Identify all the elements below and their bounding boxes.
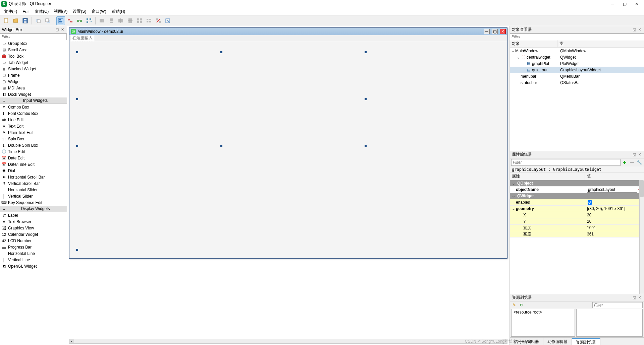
widget-item[interactable]: ◧Dock Widget <box>0 91 67 97</box>
form-close-icon[interactable]: ✕ <box>500 29 506 34</box>
property-editor-close-icon[interactable]: ✕ <box>637 152 642 157</box>
property-row[interactable]: 高度361 <box>510 231 644 237</box>
scroll-left-icon[interactable]: ‹ <box>69 339 74 343</box>
object-row[interactable]: ▤gra…outGraphicsLayoutWidget <box>510 67 644 73</box>
object-row[interactable]: statusbarQStatusBar <box>510 79 644 86</box>
tool-edittaborder-icon[interactable]: → <box>85 16 93 25</box>
window-close-button[interactable]: ✕ <box>631 0 643 8</box>
tool-layoutgrid-icon[interactable] <box>135 16 144 25</box>
property-config-icon[interactable]: 🔧 <box>636 159 643 166</box>
widget-item[interactable]: ⇔Horizontal Scroll Bar <box>0 174 67 180</box>
resource-reload-icon[interactable]: ⟳ <box>519 302 525 308</box>
property-remove-icon[interactable]: — <box>629 159 635 166</box>
menu-window[interactable]: 窗口(W) <box>89 8 109 15</box>
widget-item[interactable]: 📅Date Edit <box>0 155 67 161</box>
property-add-icon[interactable]: ✚ <box>621 159 628 166</box>
tool-editbuddies-icon[interactable] <box>75 16 84 25</box>
tab-resource-browser[interactable]: 资源浏览器 <box>572 338 600 345</box>
widget-item[interactable]: —Horizontal Line <box>0 250 67 257</box>
tool-bringfront-icon[interactable] <box>43 16 52 25</box>
widget-item[interactable]: ▯Stacked Widget <box>0 66 67 72</box>
object-inspector-close-icon[interactable]: ✕ <box>637 27 642 32</box>
property-value-input[interactable] <box>587 187 637 193</box>
widget-item[interactable]: ƑFont Combo Box <box>0 110 67 117</box>
widget-item[interactable]: │Vertical Line <box>0 257 67 263</box>
resource-browser-close-icon[interactable]: ✕ <box>637 295 642 300</box>
form-minimize-icon[interactable]: ─ <box>484 29 490 34</box>
tool-editwidgets-icon[interactable] <box>56 16 65 25</box>
form-menubar[interactable]: 在这里输入 <box>69 35 507 41</box>
widget-item[interactable]: ─Horizontal Slider <box>0 187 67 193</box>
property-row[interactable]: objectName⟲ <box>510 187 644 193</box>
tool-breaklayout-icon[interactable] <box>154 16 163 25</box>
widget-item[interactable]: ▭Group Box <box>0 40 67 47</box>
tool-open-icon[interactable] <box>11 16 20 25</box>
property-category[interactable]: ⌄QWidget <box>510 193 644 199</box>
resource-preview[interactable] <box>576 309 643 337</box>
menu-help[interactable]: 帮助(H) <box>109 8 128 15</box>
property-row[interactable]: enabled <box>510 199 644 206</box>
tab-action-editor[interactable]: 动作编辑器 <box>543 338 572 345</box>
tool-layouthoriz-icon[interactable] <box>98 16 106 25</box>
object-inspector-float-icon[interactable]: ◱ <box>632 27 637 32</box>
menu-view[interactable]: 视图(V) <box>51 8 70 15</box>
menu-edit[interactable]: Edit <box>20 9 32 15</box>
property-filter-input[interactable] <box>511 159 621 166</box>
widget-item[interactable]: 1↕Spin Box <box>0 136 67 142</box>
widget-item[interactable]: ◩OpenGL Widget <box>0 263 67 269</box>
tool-layoutform-icon[interactable] <box>145 16 153 25</box>
widget-item[interactable]: AText Browser <box>0 218 67 225</box>
object-row[interactable]: ⌄⛶centralwidgetQWidget <box>510 54 644 60</box>
widget-item[interactable]: 🏷Label <box>0 212 67 218</box>
tree-toggle-icon[interactable]: ⌄ <box>511 49 515 53</box>
resource-tree[interactable]: <resource root> <box>511 309 575 337</box>
tool-layoutsplith-icon[interactable] <box>116 16 125 25</box>
tree-toggle-icon[interactable]: ⌄ <box>516 55 521 60</box>
tool-layoutvert-icon[interactable] <box>107 16 116 25</box>
widget-item[interactable]: │Vertical Slider <box>0 193 67 199</box>
scroll-right-icon[interactable]: › <box>502 339 507 343</box>
widget-item[interactable]: ▬Progress Bar <box>0 244 67 250</box>
widget-item[interactable]: ▢Widget <box>0 78 67 85</box>
window-minimize-button[interactable]: ─ <box>606 0 619 8</box>
widget-item[interactable]: ▾Combo Box <box>0 104 67 110</box>
prop-col-name[interactable]: 属性 <box>510 173 585 180</box>
widget-item[interactable]: 🧰Tool Box <box>0 53 67 59</box>
property-value-checkbox[interactable] <box>588 200 592 205</box>
widget-box-list[interactable]: ▭Group Box▤Scroll Area🧰Tool Box▭Tab Widg… <box>0 40 67 345</box>
widget-item[interactable]: ▭Tab Widget <box>0 59 67 66</box>
widget-item[interactable]: 📅Date/Time Edit <box>0 161 67 167</box>
widget-box-float-icon[interactable]: ◱ <box>55 27 59 32</box>
object-row[interactable]: menubarQMenuBar <box>510 73 644 79</box>
tool-layoutsplitv-icon[interactable] <box>126 16 135 25</box>
form-window[interactable]: Qt MainWindow - demo02.ui ─ ▢ ✕ 在这里输入 <box>69 27 507 259</box>
tool-sendback-icon[interactable] <box>34 16 43 25</box>
menu-settings[interactable]: 设置(S) <box>70 8 89 15</box>
tool-adjustsize-icon[interactable] <box>163 16 172 25</box>
widget-item[interactable]: 🖼Graphics View <box>0 225 67 231</box>
tool-editsignals-icon[interactable] <box>66 16 74 25</box>
resource-filter-input[interactable] <box>592 302 643 308</box>
resource-edit-icon[interactable]: ✎ <box>511 302 517 308</box>
object-tree[interactable]: ⌄MainWindowQMainWindow⌄⛶centralwidgetQWi… <box>510 48 644 151</box>
property-row[interactable]: 宽度1091 <box>510 225 644 231</box>
property-scrollbar[interactable] <box>639 180 644 294</box>
tool-save-icon[interactable] <box>21 16 30 25</box>
object-inspector-filter-input[interactable] <box>510 33 644 40</box>
widget-category[interactable]: ⌄Display Widgets <box>0 206 67 212</box>
obj-col-class[interactable]: 类 <box>557 40 644 47</box>
tool-new-icon[interactable] <box>2 16 11 25</box>
widget-item[interactable]: AText Edit <box>0 123 67 129</box>
menu-file[interactable]: 文件(F) <box>1 8 20 15</box>
property-row[interactable]: X30 <box>510 212 644 218</box>
horizontal-scrollbar[interactable]: ‹ › <box>69 339 507 344</box>
resource-browser-float-icon[interactable]: ◱ <box>632 295 637 300</box>
tab-signal-slot-editor[interactable]: 信号/槽编辑器 <box>510 338 543 345</box>
widget-item[interactable]: A͟Plain Text Edit <box>0 129 67 136</box>
widget-item[interactable]: ⌨Key Sequence Edit <box>0 199 67 206</box>
form-maximize-icon[interactable]: ▢ <box>492 29 498 34</box>
form-canvas[interactable] <box>69 41 507 258</box>
widget-item[interactable]: abLine Edit <box>0 117 67 123</box>
object-row[interactable]: ▤graphPlotPlotWidget <box>510 60 644 67</box>
widget-item[interactable]: 12Calendar Widget <box>0 231 67 237</box>
